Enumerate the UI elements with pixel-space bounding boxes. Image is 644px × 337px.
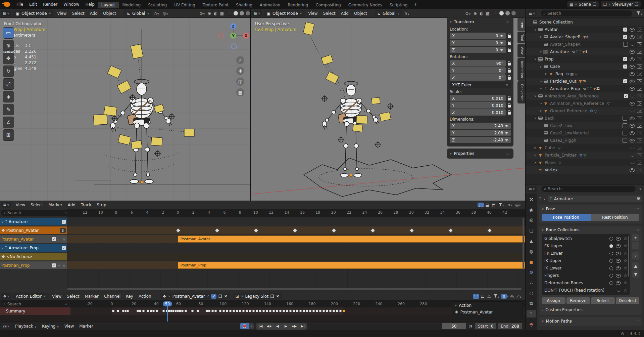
render-camera-toggle[interactable] [637,42,642,46]
select-button[interactable]: Select [591,297,615,304]
keyframe-dot[interactable] [229,309,232,312]
outliner-row-avatar[interactable]: ∨Avatar✓ [526,26,644,33]
nla-track-row[interactable] [67,226,525,234]
blender-logo-icon[interactable] [4,2,10,7]
tab-constraints[interactable]: ⧉ [527,300,536,307]
outliner-row-prop[interactable]: ∨Prop✓ [526,55,644,63]
star-toggle[interactable]: ☆ [624,273,627,278]
render-camera-toggle[interactable] [637,109,642,113]
tool-select-box[interactable]: ▭ [3,27,14,39]
orientation-dropdown[interactable]: ⊾ Global∨ [375,10,402,16]
playback-menu[interactable]: Playback ∨ [12,324,39,329]
star-toggle[interactable]: ☆ [624,236,627,241]
workspace-tab-scripting[interactable]: Scripting [386,2,411,8]
keyframe-dot[interactable] [289,309,292,312]
expand-icon[interactable]: > [533,146,538,150]
tab-world[interactable]: ◍ [527,248,536,255]
keyframe-dot[interactable] [336,309,339,312]
collapse-icon[interactable]: ∨ [533,57,538,61]
render-camera-toggle[interactable] [637,101,642,106]
fake-user-shield-icon[interactable]: ⛊ [637,197,640,201]
action-user-count[interactable]: 2 [207,294,209,298]
outliner-row-particle-emitter[interactable]: >▼Particle_Emitter⚙▽ [526,152,644,159]
tab-tool[interactable]: ⚒ [527,196,536,203]
checkbox-toggle[interactable]: ✓ [623,79,627,83]
render-camera-toggle[interactable] [637,65,642,69]
menu-view[interactable]: View [54,11,69,16]
motion-paths-panel[interactable]: ∨Motion Paths:::: [539,317,642,326]
workspace-tab-compositing[interactable]: Compositing [312,2,344,8]
duplicate-action-icon[interactable]: ❐ [218,294,222,299]
frame-end-field[interactable]: End208 [498,323,522,329]
overlays-toggle-icon[interactable]: ◐ [212,11,218,16]
keyframe-dot[interactable] [299,309,302,312]
tab-material[interactable]: ◓ [527,321,536,328]
nla-channel-postman-avatar[interactable]: Postman_Avatar✓⌐☆ [0,235,67,243]
location-y-field[interactable]: Y0 m [450,40,506,46]
keyframe-dot[interactable] [286,309,289,312]
menu-track[interactable]: Track [78,203,94,207]
dope-search-input[interactable]: ⌕ Search ↔ [1,301,71,307]
summary-row[interactable]: › Summary [0,307,525,315]
new-scene-icon[interactable]: ❐ [593,2,596,7]
material-shading-icon[interactable] [239,11,244,16]
nla-channel--no-action-[interactable]: ❖<No Action> [0,253,67,260]
action-panel-item[interactable]: Postman_Avatar [460,310,493,314]
keyframe-dot[interactable] [116,309,119,312]
workspace-tab-uv-editing[interactable]: UV Editing [170,2,199,8]
rendered-shading-icon[interactable] [511,11,516,16]
keying-menu[interactable]: Keying ∨ [39,324,62,329]
visibility-eye-toggle[interactable] [630,124,635,128]
location-z-field[interactable]: Z0 m [450,47,506,53]
expand-icon[interactable]: > [538,80,543,83]
visibility-eye-toggle[interactable] [616,266,621,270]
tool-scale[interactable]: ⤢ [3,78,14,90]
visibility-eye-toggle[interactable] [630,95,635,97]
nla-ruler[interactable]: -12-10-8-6-4-202468101214161820222426283… [67,209,525,217]
deselect-button[interactable]: Deselect [616,297,640,304]
lock-icon[interactable] [508,49,511,52]
rotation-x-field[interactable]: X90° [450,60,506,67]
solid-shading-icon[interactable] [499,11,504,16]
keyframe-diamond[interactable] [176,228,181,233]
unlock-icon[interactable]: ⌐ [57,237,61,242]
collapse-icon[interactable]: ∨ [538,65,543,68]
rest-position-button[interactable]: Rest Position [591,214,640,221]
nla-track-row[interactable] [67,218,525,225]
menu-view[interactable]: View [13,203,28,207]
show-selected-only-icon[interactable]: ⬚ [478,203,484,207]
workspace-tab-geometry-nodes[interactable]: Geometry Nodes [345,2,386,8]
render-camera-toggle[interactable] [637,79,642,83]
transform-panel-title[interactable]: Transform [454,19,474,24]
grid-toggle-icon[interactable]: ▦ [236,88,244,96]
nla-channel-armature[interactable]: ∨ᛉArmature✓ [0,218,67,225]
next-keyframe-button[interactable]: ◆▶ [290,323,298,330]
visibility-eye-toggle[interactable] [630,154,635,157]
visibility-eye-toggle[interactable] [630,28,635,32]
outliner-row-scene-collection[interactable]: Scene Collection [526,18,644,26]
keyframe-diamond[interactable] [370,228,375,233]
gizmos-toggle-icon[interactable]: ⊕ [206,11,212,16]
visibility-eye-toggle[interactable] [630,131,635,135]
keyframe-diamond[interactable] [332,228,336,233]
checkbox-toggle[interactable]: ✓ [623,57,627,61]
outliner-row-armature-prop[interactable]: >ᛉArmature_Prop↝ᛉᛉ▼22 [526,85,644,92]
material-shading-icon[interactable] [505,11,510,16]
frame-start-field[interactable]: Start0 [475,323,496,329]
tool-rotate[interactable]: ↻ [3,66,14,77]
unlink-slot-icon[interactable]: ✕ [276,294,280,299]
solo-star-toggle[interactable]: ☆ [62,237,66,242]
add-workspace-button[interactable]: + [411,2,420,7]
editor-type-dopesheet-icon[interactable]: ❖∨ [1,293,11,299]
outliner-row-armature[interactable]: >ᛉArmature↝ᛉᛉ▼8 [526,48,644,55]
move-down-button[interactable]: ▼ [632,270,639,278]
menu-view[interactable]: View [49,294,64,299]
tab-scene[interactable]: ▲ [527,237,536,245]
properties-subpanel[interactable]: ∨Properties:::: [447,149,513,159]
render-camera-toggle[interactable] [637,94,642,98]
tab-modifiers[interactable]: ⚙ [527,268,536,276]
rotation-y-field[interactable]: Y0° [450,67,506,74]
keyframe-dot[interactable] [139,309,142,312]
keyframe-diamond[interactable] [254,228,258,233]
visibility-dropdown-icon[interactable]: ⊙∨ [464,11,472,16]
